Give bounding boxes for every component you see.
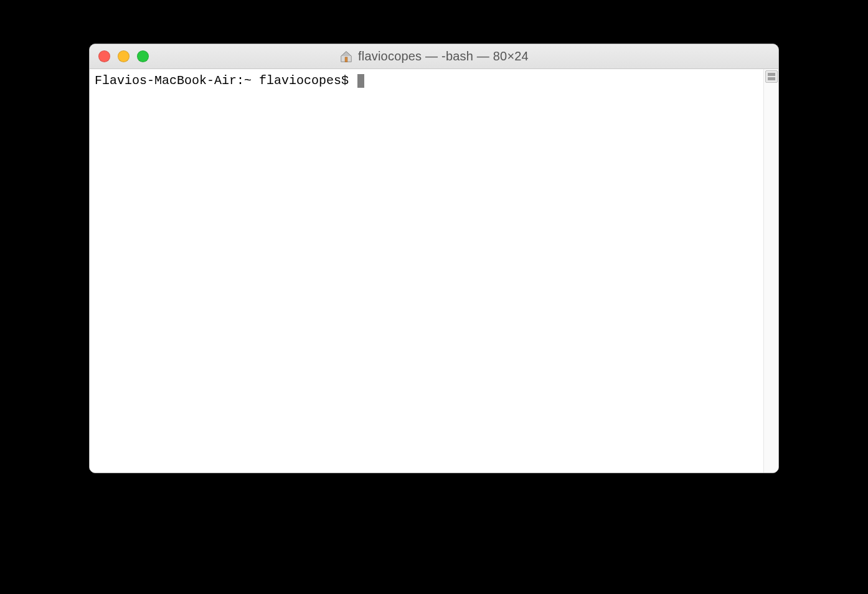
terminal-window: flaviocopes — -bash — 80×24 Flavios-MacB… bbox=[89, 44, 779, 473]
scroll-position-icon[interactable] bbox=[765, 70, 778, 83]
close-button[interactable] bbox=[98, 50, 110, 62]
cursor bbox=[357, 74, 364, 88]
terminal-content[interactable]: Flavios-MacBook-Air:~ flaviocopes$ bbox=[90, 69, 763, 473]
traffic-lights bbox=[98, 50, 149, 62]
window-titlebar[interactable]: flaviocopes — -bash — 80×24 bbox=[90, 44, 778, 69]
zoom-button[interactable] bbox=[137, 50, 149, 62]
svg-rect-0 bbox=[345, 57, 347, 61]
window-title: flaviocopes — -bash — 80×24 bbox=[358, 49, 529, 64]
minimize-button[interactable] bbox=[118, 50, 130, 62]
home-folder-icon bbox=[339, 50, 353, 64]
title-container: flaviocopes — -bash — 80×24 bbox=[90, 49, 778, 64]
terminal-body: Flavios-MacBook-Air:~ flaviocopes$ bbox=[90, 69, 778, 473]
scrollbar-track[interactable] bbox=[764, 83, 778, 473]
prompt-text: Flavios-MacBook-Air:~ flaviocopes$ bbox=[95, 73, 356, 88]
scrollbar[interactable] bbox=[763, 69, 778, 473]
